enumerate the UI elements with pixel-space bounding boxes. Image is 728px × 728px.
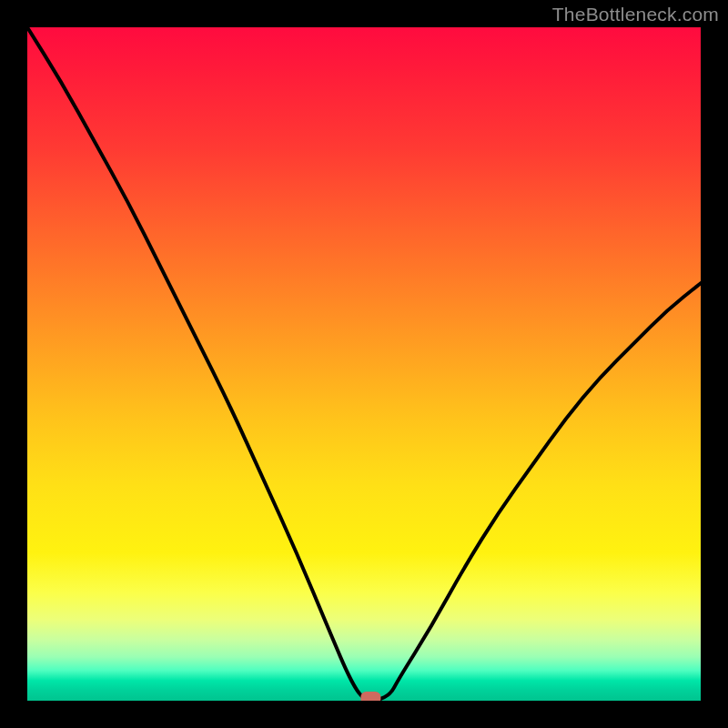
chart-frame: TheBottleneck.com — [0, 0, 728, 728]
bottleneck-curve — [27, 27, 701, 701]
plot-area — [27, 27, 701, 701]
min-point-marker — [360, 692, 380, 701]
watermark-text: TheBottleneck.com — [552, 4, 719, 25]
curve-layer — [27, 27, 701, 701]
